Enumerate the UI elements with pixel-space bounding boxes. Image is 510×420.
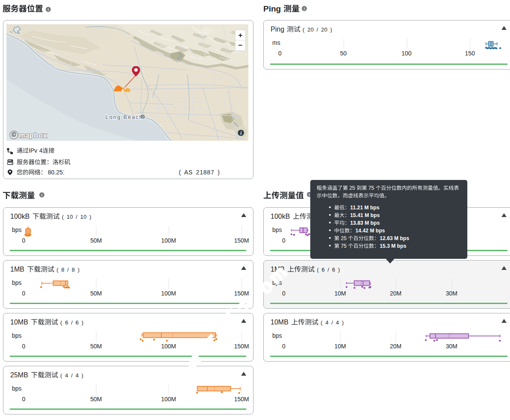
- svg-text:( 4 / 4 ): ( 4 / 4 ): [60, 372, 83, 379]
- svg-text:( 20 / 20 ): ( 20 / 20 ): [303, 26, 332, 33]
- svg-text:1MB: 1MB: [10, 266, 24, 273]
- svg-text:( 10 / 10 ): ( 10 / 10 ): [62, 214, 91, 220]
- svg-text:25MB: 25MB: [10, 371, 28, 379]
- svg-text:( 6 / 6 ): ( 6 / 6 ): [317, 266, 340, 273]
- svg-text:Long Beach: Long Beach: [105, 114, 143, 120]
- svg-text:10MB: 10MB: [271, 319, 289, 326]
- svg-text:( 4 / 4 ): ( 4 / 4 ): [321, 319, 344, 326]
- svg-text:100kB: 100kB: [271, 213, 290, 220]
- svg-text:10MB: 10MB: [10, 319, 28, 326]
- svg-text:1MB: 1MB: [271, 266, 285, 273]
- svg-text:IPv 4: IPv 4: [29, 147, 43, 154]
- svg-text:( AS 21887 ): ( AS 21887 ): [179, 169, 220, 176]
- svg-text:+: +: [238, 31, 242, 39]
- svg-text:( 6 / 6 ): ( 6 / 6 ): [60, 319, 83, 326]
- svg-text:15.3 M bps: 15.3 M bps: [380, 243, 407, 249]
- svg-text:100kB: 100kB: [10, 213, 29, 220]
- svg-text:( 8 / 8 ): ( 8 / 8 ): [56, 266, 79, 273]
- svg-text:Ping: Ping: [271, 26, 284, 33]
- svg-text:mapbox: mapbox: [19, 131, 47, 139]
- svg-text:75: 75: [339, 243, 348, 249]
- svg-text:−: −: [238, 41, 242, 49]
- svg-text:Ping: Ping: [263, 4, 281, 13]
